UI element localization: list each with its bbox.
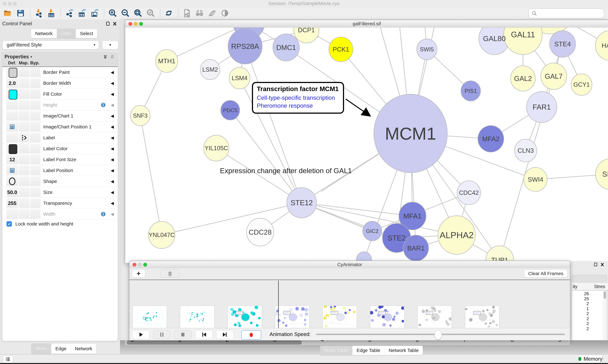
expand-arrow-icon[interactable]: ◀ bbox=[111, 78, 114, 89]
tab-node[interactable]: Node bbox=[31, 344, 51, 354]
expand-arrow-icon[interactable]: ◀ bbox=[111, 100, 114, 110]
timeline-frame-3[interactable] bbox=[275, 306, 309, 330]
close-panel-icon[interactable] bbox=[600, 262, 604, 267]
task-history-button[interactable] bbox=[3, 355, 13, 363]
timeline-frame-7[interactable] bbox=[465, 306, 499, 330]
window-zoom-icon[interactable] bbox=[13, 2, 17, 6]
timeline-frame-4[interactable] bbox=[322, 306, 357, 330]
expand-arrow-icon[interactable]: ◀ bbox=[111, 176, 114, 187]
property-row[interactable]: Shape◀ bbox=[2, 176, 118, 187]
record-button[interactable] bbox=[241, 330, 261, 340]
info-icon[interactable] bbox=[100, 102, 106, 108]
memory-button[interactable]: Memory bbox=[578, 355, 603, 363]
default-value[interactable]: 255 bbox=[6, 198, 18, 208]
style-selector[interactable]: galFiltered Style ▾ bbox=[2, 40, 99, 50]
next-button[interactable] bbox=[216, 330, 234, 339]
hide-graphics-button[interactable] bbox=[207, 8, 217, 18]
zoom-fit-button[interactable] bbox=[133, 8, 143, 18]
timeline-frame-0[interactable] bbox=[133, 306, 167, 330]
default-value[interactable]: 50.0 bbox=[6, 187, 18, 198]
collapse-all-icon[interactable] bbox=[110, 54, 115, 59]
close-icon[interactable] bbox=[128, 22, 132, 26]
style-options-button[interactable]: ▾ bbox=[102, 40, 118, 50]
show-graphics-button[interactable] bbox=[220, 8, 230, 18]
expand-all-icon[interactable] bbox=[103, 54, 108, 59]
property-row[interactable]: 2.0Border Width◀ bbox=[2, 78, 118, 89]
window-close-icon[interactable] bbox=[3, 2, 7, 6]
expand-arrow-icon[interactable]: ◀ bbox=[111, 154, 114, 165]
add-frame-button[interactable]: + bbox=[132, 269, 145, 278]
import-network-button[interactable] bbox=[34, 8, 44, 18]
property-row[interactable]: Label Position◀ bbox=[2, 165, 118, 176]
timeline-frame-5[interactable] bbox=[370, 306, 404, 330]
property-row[interactable]: 50.0Size◀ bbox=[2, 187, 118, 198]
zoom-icon[interactable] bbox=[139, 22, 143, 26]
checkbox-checked-icon[interactable] bbox=[6, 221, 12, 227]
property-row[interactable]: Width◀ bbox=[2, 209, 118, 220]
expand-arrow-icon[interactable]: ◀ bbox=[111, 132, 114, 143]
playhead[interactable] bbox=[278, 281, 279, 329]
export-network-button[interactable] bbox=[64, 8, 74, 18]
tab-network[interactable]: Network bbox=[71, 344, 97, 354]
open-session-button[interactable] bbox=[3, 8, 13, 18]
mapicon[interactable] bbox=[19, 132, 29, 143]
expand-arrow-icon[interactable]: ◀ bbox=[111, 187, 114, 198]
minimize-icon[interactable] bbox=[138, 263, 142, 267]
network-window-titlebar[interactable]: galFiltered.sif bbox=[125, 20, 608, 27]
expand-arrow-icon[interactable]: ◀ bbox=[111, 89, 114, 99]
annotation-link[interactable]: Pheromone response bbox=[257, 102, 339, 110]
clear-all-frames-button[interactable]: Clear All Frames bbox=[524, 269, 567, 278]
float-panel-icon[interactable] bbox=[594, 262, 597, 267]
tab-network-table[interactable]: Network Table bbox=[385, 346, 423, 355]
tab-edge-table[interactable]: Edge Table bbox=[352, 346, 385, 355]
float-panel-icon[interactable] bbox=[106, 21, 110, 26]
table-column-header[interactable]: Stres bbox=[588, 283, 608, 290]
annotation-link[interactable]: Cell-type-specific transcription bbox=[257, 94, 339, 102]
property-row[interactable]: 255Transparency◀ bbox=[2, 198, 118, 209]
info-icon[interactable] bbox=[100, 211, 106, 217]
tab-node-table[interactable]: Node Table bbox=[320, 346, 352, 355]
import-table-button[interactable] bbox=[46, 8, 56, 18]
property-row[interactable]: Label Color◀ bbox=[2, 143, 118, 154]
timeline-frame-2[interactable] bbox=[228, 306, 262, 330]
close-icon[interactable] bbox=[133, 263, 136, 267]
property-row[interactable]: Image/Chart 1◀ bbox=[2, 111, 118, 121]
properties-header[interactable]: Properties ▾ bbox=[5, 54, 32, 60]
network-details-button[interactable] bbox=[182, 8, 192, 18]
property-row[interactable]: Image/Chart Position 1◀ bbox=[2, 121, 118, 132]
search-input[interactable] bbox=[539, 11, 604, 16]
refresh-layout-button[interactable] bbox=[164, 8, 174, 18]
animation-speed-slider[interactable] bbox=[316, 334, 565, 335]
default-value[interactable]: 12 bbox=[6, 154, 18, 165]
table-column-header[interactable]: ity bbox=[572, 283, 588, 290]
tab-style[interactable]: Style bbox=[57, 29, 76, 38]
lock-size-row[interactable]: Lock node width and height bbox=[2, 220, 118, 228]
export-image-button[interactable] bbox=[90, 8, 100, 18]
network-canvas[interactable]: DCP1RPS28ADMC1PCK1SWI5GAL80GAL11STE4HAP2… bbox=[125, 27, 608, 263]
find-button[interactable] bbox=[194, 8, 205, 18]
save-session-button[interactable] bbox=[15, 8, 26, 18]
default-swatch[interactable] bbox=[9, 144, 17, 154]
export-table-button[interactable] bbox=[77, 8, 87, 18]
property-row[interactable]: 12Label Font Size◀ bbox=[2, 154, 118, 165]
search-box[interactable] bbox=[528, 8, 604, 18]
expand-arrow-icon[interactable]: ◀ bbox=[111, 121, 114, 132]
node-table[interactable]: ity Stres 2625212222 bbox=[572, 283, 607, 340]
ellipseicon[interactable] bbox=[6, 176, 18, 187]
posicon[interactable] bbox=[6, 165, 18, 176]
property-row[interactable]: Fill Color◀ bbox=[2, 89, 118, 100]
property-row[interactable]: Height◀ bbox=[2, 100, 118, 111]
pause-button[interactable] bbox=[153, 330, 170, 339]
default-swatch[interactable] bbox=[9, 68, 17, 78]
slider-thumb[interactable] bbox=[434, 330, 442, 340]
default-swatch[interactable] bbox=[9, 90, 17, 99]
expand-arrow-icon[interactable]: ◀ bbox=[111, 165, 114, 176]
minimize-icon[interactable] bbox=[134, 22, 138, 26]
window-minimize-icon[interactable] bbox=[8, 2, 12, 6]
zoom-in-button[interactable] bbox=[108, 8, 118, 18]
annotation-box[interactable]: Transcription factor MCM1 Cell-type-spec… bbox=[252, 82, 344, 114]
tab-select[interactable]: Select bbox=[76, 29, 97, 38]
play-button[interactable] bbox=[132, 330, 150, 339]
tab-network[interactable]: Network bbox=[31, 29, 57, 38]
expand-arrow-icon[interactable]: ◀ bbox=[111, 198, 114, 208]
